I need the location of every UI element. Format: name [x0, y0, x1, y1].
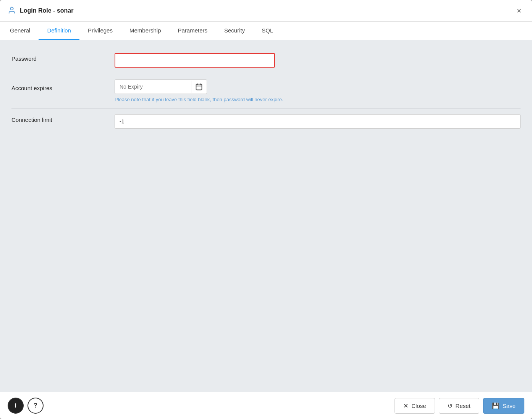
- dialog-title: Login Role - sonar: [20, 7, 73, 14]
- tab-bar: General Definition Privileges Membership…: [0, 22, 532, 40]
- main-content: Password Account expires: [0, 40, 532, 392]
- close-icon: ✕: [403, 402, 408, 409]
- user-icon: [8, 6, 16, 16]
- calendar-button[interactable]: [191, 81, 207, 93]
- tab-definition[interactable]: Definition: [39, 22, 79, 40]
- tab-membership[interactable]: Membership: [121, 22, 170, 40]
- connection-limit-wrap: [115, 114, 521, 129]
- close-button[interactable]: ✕ Close: [395, 398, 435, 414]
- help-button[interactable]: ?: [27, 398, 44, 414]
- password-input[interactable]: [115, 53, 275, 68]
- tab-privileges[interactable]: Privileges: [79, 22, 121, 40]
- info-button[interactable]: i: [8, 398, 24, 414]
- connection-limit-label: Connection limit: [11, 114, 115, 123]
- footer-left: i ?: [8, 398, 44, 414]
- dialog-title-area: Login Role - sonar: [8, 6, 73, 16]
- save-label: Save: [503, 403, 516, 409]
- save-button[interactable]: 💾 Save: [483, 398, 524, 414]
- reset-button[interactable]: ↺ Reset: [439, 398, 479, 414]
- account-expires-hint: Please note that if you leave this field…: [115, 97, 283, 102]
- account-expires-label: Account expires: [11, 83, 115, 91]
- separator-3: [11, 135, 521, 135]
- footer-right: ✕ Close ↺ Reset 💾 Save: [395, 398, 524, 414]
- tab-general[interactable]: General: [2, 22, 39, 40]
- reset-icon: ↺: [448, 402, 453, 409]
- password-field-wrap: [115, 53, 521, 68]
- reset-label: Reset: [456, 403, 471, 409]
- password-row: Password: [11, 48, 521, 73]
- save-icon: 💾: [492, 402, 500, 409]
- svg-rect-1: [196, 84, 202, 90]
- footer: i ? ✕ Close ↺ Reset 💾 Save: [0, 392, 532, 419]
- connection-limit-row: Connection limit: [11, 109, 521, 134]
- dialog-header: Login Role - sonar ×: [0, 0, 532, 22]
- date-input-container: [115, 79, 207, 94]
- connection-limit-input[interactable]: [115, 114, 521, 129]
- tab-sql[interactable]: SQL: [253, 22, 281, 40]
- account-expires-input[interactable]: [115, 81, 191, 93]
- info-icon: i: [15, 402, 16, 409]
- password-label: Password: [11, 53, 115, 62]
- account-expires-row: Account expires: [11, 74, 521, 108]
- tab-parameters[interactable]: Parameters: [169, 22, 216, 40]
- dialog-close-button[interactable]: ×: [514, 5, 524, 16]
- help-icon: ?: [34, 402, 37, 409]
- svg-point-0: [10, 7, 13, 10]
- close-label: Close: [411, 403, 426, 409]
- tab-security[interactable]: Security: [216, 22, 253, 40]
- dialog: Login Role - sonar × General Definition …: [0, 0, 532, 419]
- account-expires-wrap: [115, 79, 207, 94]
